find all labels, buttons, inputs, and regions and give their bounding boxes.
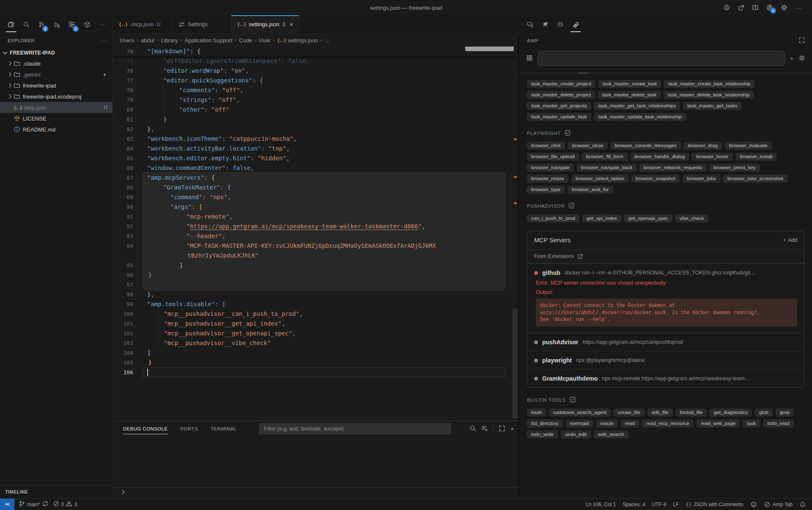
tool-tag[interactable]: browser_take_screenshot [723, 175, 787, 183]
console-filter-input[interactable] [259, 423, 451, 434]
expand-icon[interactable] [798, 37, 805, 44]
code-line[interactable]: 106 [113, 367, 518, 377]
ellipsis-button[interactable]: ··· [794, 3, 803, 12]
code-line[interactable]: 98}, [113, 290, 518, 299]
tool-tag[interactable]: browser_fill_form [582, 153, 628, 161]
tool-tag[interactable]: list_directory [527, 420, 563, 428]
code-line[interactable]: tBzhrIyYmJpduLKJhLK" [113, 251, 518, 260]
code-line[interactable]: 99"amp.tools.disable": [ [113, 299, 518, 309]
minimap-slider[interactable] [465, 47, 514, 51]
tool-tag[interactable]: browser_console_messages [611, 142, 681, 150]
debug-console-output[interactable] [113, 436, 518, 487]
breadcrumb-item[interactable]: Users [120, 37, 134, 44]
tool-tag[interactable]: read_mcp_resource [642, 420, 694, 428]
tree-item-.claude[interactable]: .claude [0, 58, 112, 69]
tool-tag[interactable]: browser_install [736, 153, 777, 161]
tool-tag[interactable]: browser_snapshot [631, 175, 680, 183]
tool-tag[interactable]: browser_press_key [709, 164, 760, 172]
tree-item-README.md[interactable]: README.md [0, 124, 112, 135]
tree-item-LICENSE[interactable]: LICENSE [0, 113, 112, 124]
code-line[interactable]: 82}, [113, 124, 518, 134]
code-line[interactable]: 100"mcp__pushadvisor__can_i_push_to_prod… [113, 309, 518, 319]
tool-tag[interactable]: browser_click [527, 142, 565, 150]
tool-tag[interactable]: browser_evaluate [725, 142, 772, 150]
tool-tag[interactable]: mermaid [566, 420, 593, 428]
breadcrumb-item[interactable]: Application Support [185, 37, 233, 44]
tool-tag[interactable]: browser_type [527, 186, 565, 194]
search-button[interactable] [469, 425, 476, 433]
activity-item-remote-cube[interactable] [80, 16, 94, 33]
mcp-server-pushAdvisor[interactable]: pushAdvisorhttps://app.getgram.ai/mcp/ca… [527, 333, 804, 351]
status-encoding[interactable]: UTF-8 [652, 502, 667, 507]
status-language-mode[interactable]: {}JSON with Comments [686, 502, 743, 507]
gear-button[interactable] [780, 3, 788, 12]
tool-tag[interactable]: create_file [614, 409, 645, 417]
code-line[interactable]: 88"GramTaskMaster": { [113, 183, 518, 192]
fullscreen-button[interactable] [499, 425, 505, 433]
tool-tag[interactable]: task_master_get_projects [527, 102, 591, 110]
breadcrumb-tail[interactable]: ... [325, 37, 329, 44]
close-icon[interactable]: × [290, 21, 293, 28]
activity-item-run-debug[interactable] [50, 16, 63, 33]
panel-tab-amp-logo[interactable] [569, 16, 582, 33]
plus-icon[interactable]: + [790, 55, 793, 62]
tool-tag[interactable]: task_master_create_task_relationship [664, 80, 754, 88]
code-line[interactable]: 89"command": "npx", [113, 192, 518, 202]
panel-tab-kangaroo[interactable] [539, 16, 551, 33]
status-notifications[interactable] [799, 501, 806, 508]
tool-tag[interactable]: codebase_search_agent [549, 409, 611, 417]
debug-console-input[interactable] [113, 487, 518, 498]
tool-tag[interactable]: browser_drag [684, 142, 722, 150]
mcp-server-playwright[interactable]: playwrightnpx @playwright/mcp@latest [527, 351, 804, 369]
code-line[interactable]: 81} [113, 115, 518, 124]
clear-all-button[interactable] [481, 425, 488, 433]
status-indentation[interactable]: Spaces: 4 [623, 502, 645, 507]
code-editor[interactable]: 70"[markdown]": {75"diffEditor.ignoreTri… [113, 47, 518, 421]
tool-tag[interactable]: browser_close [568, 142, 608, 150]
code-line[interactable]: 80"other": "off" [113, 105, 518, 115]
tool-tag[interactable]: task_master_create_task [598, 80, 661, 88]
split-editor-button[interactable] [751, 3, 760, 12]
panel-tab-chat[interactable] [524, 16, 536, 33]
code-line[interactable]: 85"workbench.editor.empty.hint": "hidden… [113, 154, 518, 163]
gpt-spiral-button[interactable] [722, 3, 731, 12]
git-branch-status[interactable]: main* [19, 500, 49, 508]
tool-tag[interactable]: get_diagnostics [710, 409, 752, 417]
code-line[interactable]: 91"mcp-remote", [113, 212, 518, 222]
code-line[interactable]: 94"MCP-TASK-MASTER-API-KEY:svCJUkmFUNZjG… [113, 241, 518, 251]
tree-root-freewrite-ipad[interactable]: FREEWRITE-IPAD [0, 47, 112, 58]
scrollbar-thumb[interactable] [512, 309, 518, 419]
code-line[interactable]: 96} [113, 270, 518, 280]
code-line[interactable]: 83"workbench.iconTheme": "catppuccin-moc… [113, 134, 518, 144]
panel-tab-ports[interactable]: PORTS [181, 421, 198, 436]
code-line[interactable]: 86"window.commandCenter": false, [113, 163, 518, 173]
tool-tag[interactable]: oracle [596, 420, 617, 428]
tool-tag[interactable]: browser_file_upload [527, 153, 579, 161]
tool-tag[interactable]: edit_file [647, 409, 673, 417]
timeline-section[interactable]: TIMELINE [0, 485, 112, 498]
tool-tag[interactable]: glob [755, 409, 773, 417]
tool-tag[interactable]: task [743, 420, 760, 428]
code-line[interactable]: 103"mcp__pushadvisor__vibe_check" [113, 338, 518, 348]
remote-indicator[interactable]: >< [0, 499, 14, 510]
code-line[interactable]: 87"amp.mcpServers": { [113, 173, 518, 183]
tree-item-freewrite-ipad[interactable]: freewrite-ipad [0, 80, 112, 91]
gear-icon[interactable] [798, 55, 805, 63]
mcp-server-GramMcpauthdemo[interactable]: GramMcpauthdemonpx mcp-remote https://ap… [527, 369, 804, 387]
activity-item-source-control[interactable]: 2 [35, 16, 48, 33]
tool-tag[interactable]: undo_edit [561, 430, 591, 439]
tool-tag[interactable]: browser_tabs [683, 175, 720, 183]
explorer-more-actions[interactable]: ··· [102, 38, 107, 43]
code-line[interactable]: 76"editor.wordWrap": "on", [113, 66, 518, 76]
tool-tag[interactable]: todo_write [527, 430, 558, 439]
activity-item-extensions[interactable]: 2 [65, 16, 79, 33]
tool-tag[interactable]: browser_navigate_back [577, 164, 636, 172]
code-line[interactable]: 95] [113, 260, 518, 270]
tool-tag[interactable]: bash [527, 409, 546, 417]
code-line[interactable]: 93"--header", [113, 231, 518, 241]
activity-item-search[interactable] [19, 16, 33, 33]
tool-tag[interactable]: read_web_page [697, 420, 740, 428]
tool-tag[interactable]: task_master_update_task_relationship [594, 113, 686, 121]
status-feedback[interactable] [750, 501, 757, 508]
tool-tag[interactable]: vibe_check [675, 214, 708, 222]
